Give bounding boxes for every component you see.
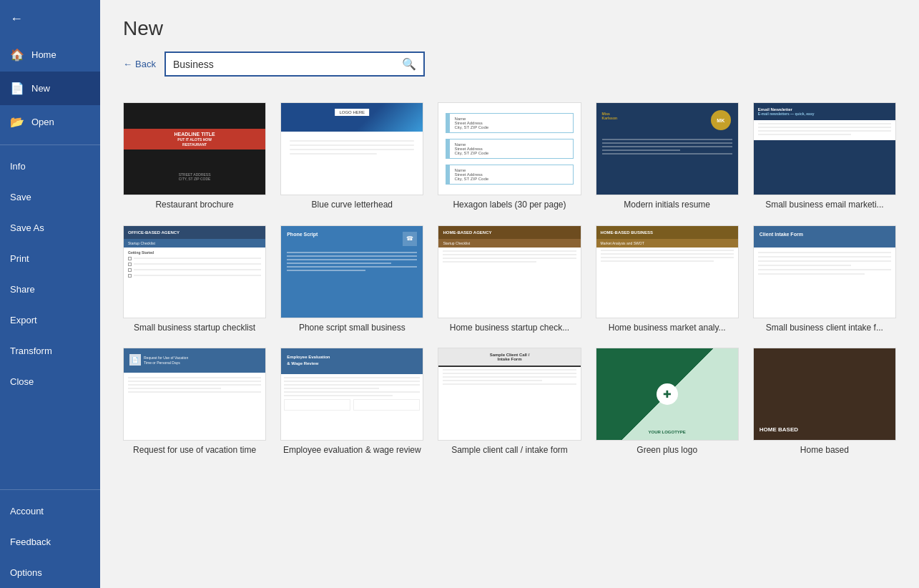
sidebar-item-share[interactable]: Share: [0, 274, 100, 305]
template-label: Home business startup check...: [438, 323, 581, 334]
template-thumb: HOME BASED: [753, 348, 896, 441]
template-label: Small business client intake f...: [753, 323, 896, 334]
template-grid: HEADLINE TITLEPUT IT ALOTS HOWRESTAURANT…: [100, 91, 919, 474]
sidebar-item-info[interactable]: Info: [0, 151, 100, 182]
main-header: New ← Back 🔍: [100, 0, 919, 91]
sidebar-info-label: Info: [10, 161, 26, 172]
template-card-blue-curve[interactable]: LOGO HERE Blue curve letterhead: [280, 102, 423, 211]
template-thumb: MK MissKarlsson: [596, 102, 739, 195]
template-card-modern-resume[interactable]: MK MissKarlsson Modern initials resume: [596, 102, 739, 211]
template-thumb: 📄 Request for Use of VacationTime or Per…: [123, 348, 266, 441]
sidebar-open-label: Open: [31, 117, 54, 127]
sidebar-item-save-as[interactable]: Save As: [0, 212, 100, 243]
back-link[interactable]: ← Back: [123, 59, 156, 69]
sidebar-account-label: Account: [10, 506, 44, 516]
template-thumb: NameStreet AddressCity, ST ZIP Code Name…: [438, 102, 581, 195]
sidebar-print-label: Print: [10, 253, 29, 264]
template-card-home-biz-market[interactable]: HOME-BASED BUSINESS Market Analysis and …: [596, 225, 739, 334]
template-label: Modern initials resume: [596, 200, 739, 211]
template-label: Hexagon labels (30 per page): [438, 200, 581, 211]
sidebar-item-transform[interactable]: Transform: [0, 335, 100, 366]
sidebar-spacer: [0, 397, 100, 484]
sidebar-item-export[interactable]: Export: [0, 305, 100, 335]
template-thumb: ✚ YOUR LOGOTYPE: [596, 348, 739, 441]
template-thumb: Sample Client Call /Intake Form: [438, 348, 581, 441]
home-icon: 🏠: [10, 48, 24, 62]
template-card-home-based[interactable]: HOME BASED Home based: [753, 348, 896, 456]
template-thumb: OFFICE-BASED AGENCY Startup Checklist Ge…: [123, 225, 266, 318]
template-card-home-biz-checklist[interactable]: HOME-BASED AGENCY Startup Checklist Home…: [438, 225, 581, 334]
sidebar-item-account[interactable]: Account: [0, 496, 100, 526]
template-thumb: LOGO HERE: [280, 102, 423, 195]
page-title: New: [123, 17, 896, 40]
template-card-employee-eval[interactable]: Employee Evaluation& Wage Review Employe…: [280, 348, 423, 456]
template-label: Phone script small business: [280, 323, 423, 334]
sidebar-item-open[interactable]: 📂 Open: [0, 105, 100, 139]
sidebar-home-label: Home: [31, 49, 56, 60]
back-arrow-icon: ←: [10, 11, 23, 26]
sidebar-item-feedback[interactable]: Feedback: [0, 526, 100, 557]
sidebar-back-button[interactable]: ←: [0, 0, 100, 38]
template-thumb: HOME-BASED AGENCY Startup Checklist: [438, 225, 581, 318]
template-label: Restaurant brochure: [123, 200, 266, 211]
sidebar-item-print[interactable]: Print: [0, 243, 100, 274]
sidebar-divider-2: [0, 489, 100, 490]
template-card-hexagon-labels[interactable]: NameStreet AddressCity, ST ZIP Code Name…: [438, 102, 581, 211]
search-input[interactable]: [166, 54, 395, 74]
sidebar-export-label: Export: [10, 315, 37, 325]
template-card-green-logo[interactable]: ✚ YOUR LOGOTYPE Green plus logo: [596, 348, 739, 456]
sidebar-transform-label: Transform: [10, 346, 52, 356]
template-label: Request for use of vacation time: [123, 445, 266, 456]
template-card-small-business-checklist[interactable]: OFFICE-BASED AGENCY Startup Checklist Ge…: [123, 225, 266, 334]
search-button[interactable]: 🔍: [395, 53, 423, 75]
template-card-client-intake[interactable]: Client Intake Form Small business client…: [753, 225, 896, 334]
template-thumb: ☎ Phone Script: [280, 225, 423, 318]
sidebar-save-label: Save: [10, 192, 31, 202]
template-card-email[interactable]: Email Newsletter E-mail newsletters — qu…: [753, 102, 896, 211]
template-label: Small business startup checklist: [123, 323, 266, 334]
template-label: Blue curve letterhead: [280, 200, 423, 211]
template-label: Home business market analy...: [596, 323, 739, 334]
template-label: Employee evaluation & wage review: [280, 445, 423, 456]
sidebar-feedback-label: Feedback: [10, 536, 51, 547]
back-link-arrow-icon: ←: [123, 59, 132, 69]
search-bar: ← Back 🔍: [123, 52, 896, 77]
sidebar-item-close[interactable]: Close: [0, 366, 100, 397]
search-input-wrap: 🔍: [164, 52, 425, 77]
sidebar: ← 🏠 Home 📄 New 📂 Open Info Save Save As …: [0, 0, 100, 588]
sidebar-close-label: Close: [10, 376, 34, 387]
open-icon: 📂: [10, 115, 24, 129]
sidebar-new-label: New: [31, 83, 50, 94]
sidebar-save-as-label: Save As: [10, 222, 44, 233]
main-content: New ← Back 🔍 HEADLINE TITLEPUT IT ALOTS …: [100, 0, 919, 588]
sidebar-item-save[interactable]: Save: [0, 182, 100, 212]
sidebar-item-home[interactable]: 🏠 Home: [0, 38, 100, 72]
template-thumb: Email Newsletter E-mail newsletters — qu…: [753, 102, 896, 195]
template-label: Small business email marketi...: [753, 200, 896, 211]
template-card-phone-script[interactable]: ☎ Phone Script Phone script small busine…: [280, 225, 423, 334]
template-thumb: Client Intake Form: [753, 225, 896, 318]
template-thumb: HEADLINE TITLEPUT IT ALOTS HOWRESTAURANT…: [123, 102, 266, 195]
template-card-client-call[interactable]: Sample Client Call /Intake Form Sample c…: [438, 348, 581, 456]
template-label: Green plus logo: [596, 445, 739, 456]
new-icon: 📄: [10, 82, 24, 95]
template-card-vacation-request[interactable]: 📄 Request for Use of VacationTime or Per…: [123, 348, 266, 456]
sidebar-share-label: Share: [10, 284, 35, 295]
template-thumb: HOME-BASED BUSINESS Market Analysis and …: [596, 225, 739, 318]
template-label: Sample client call / intake form: [438, 445, 581, 456]
sidebar-item-new[interactable]: 📄 New: [0, 72, 100, 105]
sidebar-options-label: Options: [10, 567, 42, 578]
template-label: Home based: [753, 445, 896, 456]
back-link-label: Back: [135, 59, 156, 69]
sidebar-divider-1: [0, 144, 100, 145]
sidebar-item-options[interactable]: Options: [0, 557, 100, 588]
template-card-restaurant-brochure[interactable]: HEADLINE TITLEPUT IT ALOTS HOWRESTAURANT…: [123, 102, 266, 211]
template-thumb: Employee Evaluation& Wage Review: [280, 348, 423, 441]
